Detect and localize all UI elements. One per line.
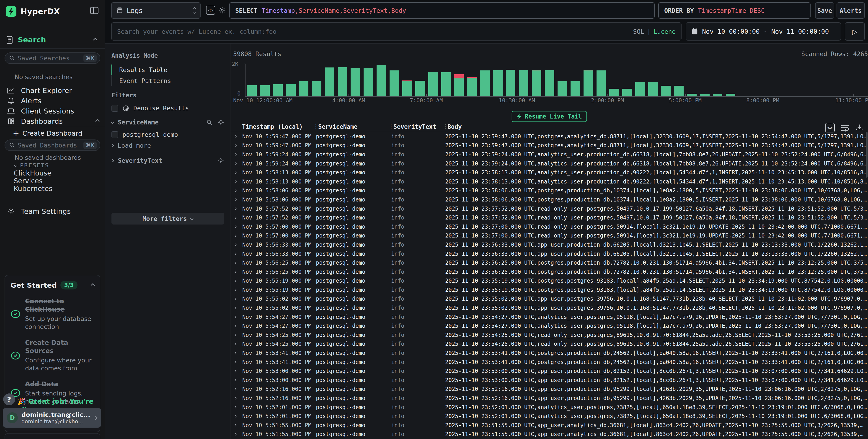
sidebar-item-client-sessions[interactable]: Client Sessions xyxy=(0,106,105,116)
sql-toggle[interactable]: SQL xyxy=(633,28,644,35)
table-row[interactable]: Nov 10 5:59:47.000 PM postgresql-demo in… xyxy=(230,141,868,150)
col-header-body[interactable]: Body xyxy=(447,123,462,130)
date-range-picker[interactable]: Nov 10 00:00:00 - Nov 11 00:00:00 xyxy=(686,22,841,40)
table-row[interactable]: Nov 10 5:59:47.000 PM postgresql-demo in… xyxy=(230,132,868,141)
order-by-input[interactable]: ORDER BYTimestampTime DESC xyxy=(658,2,811,19)
expand-row-button[interactable] xyxy=(230,397,240,399)
expand-row-button[interactable] xyxy=(230,235,240,237)
histogram-bar[interactable] xyxy=(273,84,283,96)
table-row[interactable]: Nov 10 5:55:19.000 PM postgresql-demo in… xyxy=(230,285,868,294)
histogram-bar[interactable] xyxy=(402,81,412,96)
sidebar-item-search[interactable]: Search xyxy=(6,35,99,45)
histogram-bar[interactable] xyxy=(454,74,464,96)
table-row[interactable]: Nov 10 5:57:52.000 PM postgresql-demo in… xyxy=(230,204,868,213)
col-header-timestamp[interactable]: Timestamp (Local) xyxy=(242,123,303,130)
expand-row-button[interactable] xyxy=(230,424,240,426)
expand-row-button[interactable] xyxy=(230,198,240,200)
table-row[interactable]: Nov 10 5:56:25.000 PM postgresql-demo in… xyxy=(230,268,868,277)
expand-row-button[interactable] xyxy=(230,316,240,318)
expand-row-button[interactable] xyxy=(230,280,240,282)
expand-row-button[interactable] xyxy=(230,379,240,381)
get-started-step[interactable]: Connect to ClickHouse Set up your databa… xyxy=(10,297,94,331)
table-row[interactable]: Nov 10 5:51:55.000 PM postgresql-demo in… xyxy=(230,430,868,439)
histogram-bar[interactable] xyxy=(584,70,593,96)
get-started-step[interactable]: Create Data Sources Configure where your… xyxy=(10,339,94,372)
col-header-servicename[interactable]: ServiceName xyxy=(318,123,358,130)
expand-row-button[interactable] xyxy=(230,162,240,164)
expand-row-button[interactable] xyxy=(230,343,240,345)
expand-row-button[interactable] xyxy=(230,217,240,219)
chevron-up-icon[interactable] xyxy=(91,283,95,287)
denoise-checkbox[interactable] xyxy=(112,105,118,112)
help-button[interactable]: ? xyxy=(3,394,15,405)
table-row[interactable]: Nov 10 5:53:00.000 PM postgresql-demo in… xyxy=(230,376,868,385)
search-icon[interactable] xyxy=(206,119,213,126)
expand-row-button[interactable] xyxy=(230,208,240,210)
sidebar-item-team-settings[interactable]: Team Settings xyxy=(0,206,105,216)
sidebar-item-chart-explorer[interactable]: Chart Explorer xyxy=(0,86,105,95)
table-row[interactable]: Nov 10 5:52:01.000 PM postgresql-demo in… xyxy=(230,403,868,412)
table-row[interactable]: Nov 10 5:51:55.000 PM postgresql-demo in… xyxy=(230,421,868,430)
col-header-severitytext[interactable]: SeverityText xyxy=(394,123,436,130)
table-row[interactable]: Nov 10 5:58:13.000 PM postgresql-demo in… xyxy=(230,168,868,177)
histogram-bar[interactable] xyxy=(558,82,567,96)
histogram-bar[interactable] xyxy=(467,77,476,96)
expand-row-button[interactable] xyxy=(230,289,240,291)
expand-row-button[interactable] xyxy=(230,370,240,372)
sidebar-item-alerts[interactable]: Alerts xyxy=(0,96,105,106)
histogram-bar[interactable] xyxy=(377,65,386,96)
table-row[interactable]: Nov 10 5:55:19.000 PM postgresql-demo in… xyxy=(230,277,868,286)
expand-row-button[interactable] xyxy=(230,190,240,192)
histogram-bar[interactable] xyxy=(700,94,710,96)
save-button[interactable]: Save xyxy=(815,2,834,19)
expand-row-button[interactable] xyxy=(230,406,240,408)
expand-row-button[interactable] xyxy=(230,433,240,435)
source-select[interactable]: Logs xyxy=(111,2,200,19)
histogram-bar[interactable] xyxy=(570,82,580,96)
filter-value-postgresql-demo[interactable]: postgresql-demo xyxy=(112,131,224,138)
histogram-bar[interactable] xyxy=(687,94,696,96)
expand-row-button[interactable] xyxy=(230,145,240,147)
histogram-bar[interactable] xyxy=(390,70,399,96)
table-row[interactable]: Nov 10 5:56:33.000 PM postgresql-demo in… xyxy=(230,240,868,249)
user-profile[interactable]: D dominic.tran@clic... dominic.tran@clic… xyxy=(3,408,101,428)
table-row[interactable]: Nov 10 5:58:13.000 PM postgresql-demo in… xyxy=(230,177,868,186)
saved-searches-input[interactable]: Saved Searches ⌘K xyxy=(5,53,100,64)
table-row[interactable]: Nov 10 5:57:52.000 PM postgresql-demo in… xyxy=(230,213,868,222)
mode-event-patterns[interactable]: Event Patterns xyxy=(112,75,223,86)
table-row[interactable]: Nov 10 5:59:24.000 PM postgresql-demo in… xyxy=(230,150,868,159)
table-row[interactable]: Nov 10 5:55:02.000 PM postgresql-demo in… xyxy=(230,294,868,304)
mode-results-table[interactable]: Results Table xyxy=(112,64,223,75)
histogram-bar[interactable] xyxy=(648,82,658,96)
histogram-bar[interactable] xyxy=(532,70,541,96)
histogram-bar[interactable] xyxy=(428,72,438,96)
sidebar-item-dashboards[interactable]: Dashboards xyxy=(0,116,105,126)
pin-icon[interactable] xyxy=(218,119,224,126)
alerts-button[interactable]: Alerts xyxy=(837,2,865,19)
expand-row-button[interactable] xyxy=(230,415,240,417)
expand-row-button[interactable] xyxy=(230,153,240,155)
histogram-bar[interactable] xyxy=(661,86,671,96)
service-checkbox[interactable] xyxy=(112,131,118,138)
histogram-bar[interactable] xyxy=(622,89,632,96)
expand-row-button[interactable] xyxy=(230,334,240,336)
run-query-button[interactable]: ▷ xyxy=(845,22,865,40)
histogram-bar[interactable] xyxy=(350,68,360,96)
table-row[interactable]: Nov 10 5:54:25.000 PM postgresql-demo in… xyxy=(230,340,868,349)
table-row[interactable]: Nov 10 5:59:24.000 PM postgresql-demo in… xyxy=(230,159,868,168)
table-row[interactable]: Nov 10 5:54:27.000 PM postgresql-demo in… xyxy=(230,313,868,322)
table-row[interactable]: Nov 10 5:53:41.000 PM postgresql-demo in… xyxy=(230,348,868,357)
histogram-bar[interactable] xyxy=(260,85,270,96)
histogram-bar[interactable] xyxy=(596,70,606,96)
histogram-bar[interactable] xyxy=(299,82,308,96)
pin-icon[interactable] xyxy=(218,157,224,164)
histogram-bar[interactable] xyxy=(609,89,619,96)
expand-row-button[interactable] xyxy=(230,244,240,246)
histogram-bar[interactable] xyxy=(480,70,490,96)
table-row[interactable]: Nov 10 5:57:00.000 PM postgresql-demo in… xyxy=(230,231,868,241)
table-row[interactable]: Nov 10 5:55:02.000 PM postgresql-demo in… xyxy=(230,303,868,313)
denoise-filter[interactable]: Denoise Results xyxy=(112,105,224,112)
table-row[interactable]: Nov 10 5:58:06.000 PM postgresql-demo in… xyxy=(230,195,868,204)
expand-row-button[interactable] xyxy=(230,226,240,228)
table-row[interactable]: Nov 10 5:54:27.000 PM postgresql-demo in… xyxy=(230,321,868,331)
